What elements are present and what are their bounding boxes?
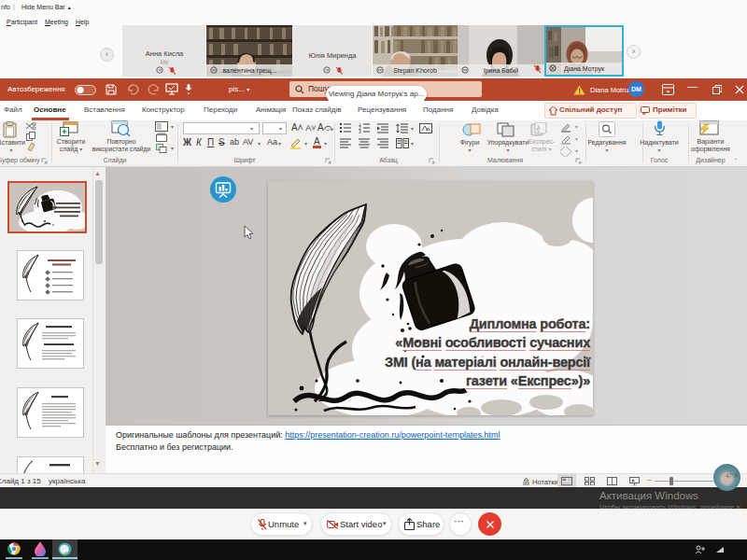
- svg-text:3: 3: [359, 129, 361, 133]
